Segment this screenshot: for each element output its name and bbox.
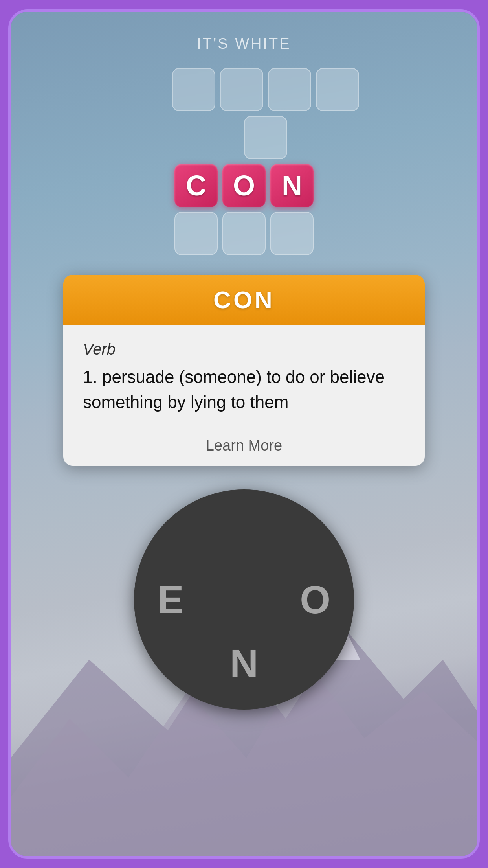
wheel-letter-n[interactable]: N [230,641,258,686]
tile-1-2 [220,68,263,111]
tile-4-2 [222,212,266,255]
letter-c: C [186,169,206,202]
card-body: Verb 1. persuade (someone) to do or beli… [63,325,425,466]
definition-body: persuade (someone) to do or believe some… [83,367,385,412]
word-grid: C O N [129,68,359,255]
letter-o: O [233,169,255,202]
definition-card: CON Verb 1. persuade (someone) to do or … [63,275,425,466]
tile-n: N [270,164,314,207]
part-of-speech: Verb [83,340,405,358]
tile-4-3 [270,212,314,255]
grid-row-3: C O N [174,164,314,207]
tile-1-3 [268,68,311,111]
card-header: CON [63,275,425,325]
tile-1-4 [316,68,359,111]
tile-1-1 [172,68,215,111]
learn-more-button[interactable]: Learn More [83,429,405,454]
definition-number: 1. [83,367,102,386]
grid-row-1 [172,68,359,111]
hint-text: IT'S WHITE [197,35,291,52]
definition-text: 1. persuade (someone) to do or believe s… [83,364,405,415]
card-word: CON [79,286,409,314]
tile-2-1 [244,116,287,159]
letter-wheel[interactable]: E O N [134,489,354,710]
game-container: IT'S WHITE C O [8,9,480,859]
tile-o: O [222,164,266,207]
grid-row-2 [244,116,287,159]
grid-row-4 [174,212,314,255]
tile-c: C [174,164,218,207]
game-area: IT'S WHITE C O [11,12,477,856]
wheel-letter-e[interactable]: E [158,577,184,622]
tile-4-1 [174,212,218,255]
wheel-letter-o[interactable]: O [300,577,330,622]
letter-n: N [282,169,302,202]
